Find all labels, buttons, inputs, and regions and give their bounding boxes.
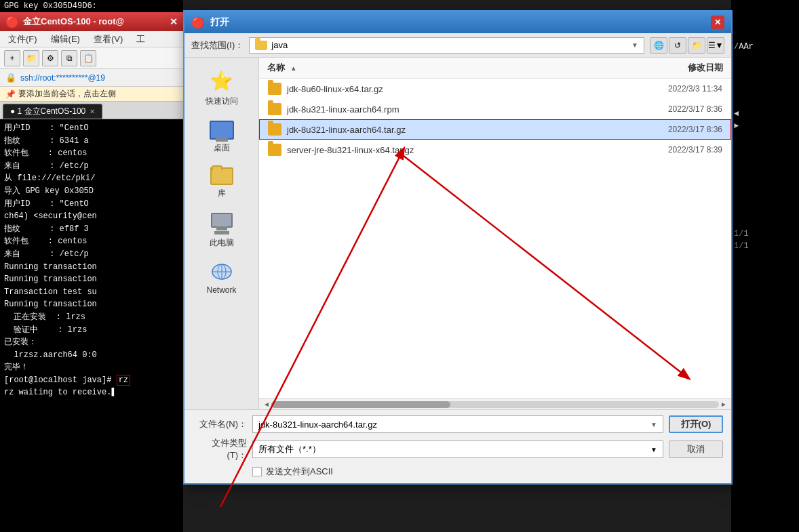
term-line-11: Running transaction [4,261,179,274]
filename-row: 文件名(N)： jdk-8u321-linux-aarch64.tar.gz ▼… [193,415,723,433]
file-date-3: 2022/3/17 8:39 [614,145,722,155]
terminal-address-bar: 🔒 ssh://root:**********@19 [0,69,183,87]
dialog-sidebar: ⭐ 快速访问 桌面 库 此电脑 [184,58,259,409]
filename-value: jdk-8u321-linux-aarch64.tar.gz [258,420,377,430]
banner-text: 要添加当前会话，点击左侧 [18,88,116,100]
file-name-0: jdk-8u60-linux-x64.tar.gz [287,84,614,94]
toolbar-btn-folder[interactable]: 📁 [23,50,39,66]
sidebar-item-library[interactable]: 库 [188,163,255,203]
filename-dropdown-icon[interactable]: ▼ [650,421,657,428]
ascii-checkbox[interactable] [252,467,262,476]
terminal-menubar: 文件(F) 编辑(E) 查看(V) 工 [0,31,183,47]
term-line-4: 从 file:///etc/pki/ [4,172,179,185]
file-item-0[interactable]: jdk-8u60-linux-x64.tar.gz 2022/3/3 11:34 [259,79,731,99]
nav-btn-web[interactable]: 🌐 [650,37,667,54]
folder-icon [255,41,267,50]
file-item-3[interactable]: server-jre-8u321-linux-x64.tar.gz 2022/3… [259,140,731,160]
right-line-nav2[interactable]: ► [734,120,796,133]
terminal-toolbar: + 📁 ⚙ ⧉ 📋 [0,47,183,69]
term-line-21: 完毕！ [4,361,179,374]
cancel-button[interactable]: 取消 [669,441,723,458]
nav-buttons: 🌐 ↺ 📁 ☰▼ [650,37,724,54]
menu-edit[interactable]: 编辑(E) [48,32,83,47]
file-header[interactable]: 名称 ▲ 修改日期 [259,58,731,79]
filename-input[interactable]: jdk-8u321-linux-aarch64.tar.gz ▼ [252,415,663,433]
terminal-tab-1[interactable]: ● 1 金立CentOS-100 ✕ [3,104,102,119]
menu-tools[interactable]: 工 [134,32,148,47]
term-line-3: 来自 : /etc/p [4,160,179,173]
dialog-title-icon: 🔴 [191,16,205,29]
file-list: jdk-8u60-linux-x64.tar.gz 2022/3/3 11:34… [259,79,731,398]
sidebar-label-library: 库 [218,188,226,199]
terminal-content: 用户ID : "CentO 指纹 : 6341 a 软件包 : centos 来… [0,119,183,402]
dialog-toolbar: 查找范围(I)： java ▼ 🌐 ↺ 📁 ☰▼ [184,33,731,58]
right-line-count1: 1/1 [734,228,796,241]
sidebar-item-quick-access[interactable]: ⭐ 快速访问 [188,64,255,111]
right-line-nav1[interactable]: ◄ [734,108,796,121]
file-icon-1 [268,103,281,115]
file-name-2: jdk-8u321-linux-aarch64.tar.gz [287,125,614,135]
tab-close-icon[interactable]: ✕ [90,108,95,115]
terminal-tabs: ● 1 金立CentOS-100 ✕ [0,102,183,119]
header-name-text: 名称 [267,62,285,73]
scrollbar-track[interactable] [271,401,719,408]
dropdown-arrow-icon: ▼ [631,41,638,49]
file-open-dialog: 🔴 打开 ✕ 查找范围(I)： java ▼ 🌐 ↺ 📁 ☰▼ ⭐ 快速访问 [183,10,733,485]
term-line-5: 导入 GPG key 0x305D [4,185,179,198]
checkbox-row: 发送文件到ASCII [193,466,723,478]
toolbar-btn-new[interactable]: + [4,50,20,66]
term-line-0: 用户ID : "CentO [4,122,179,135]
menu-view[interactable]: 查看(V) [91,32,125,47]
file-item-2[interactable]: jdk-8u321-linux-aarch64.tar.gz 2022/3/17… [259,119,731,140]
network-icon-svg [210,262,234,283]
location-label: 查找范围(I)： [191,39,243,52]
banner-bar: 📌 要添加当前会话，点击左侧 [0,87,183,102]
term-line-9: 软件包 : centos [4,235,179,248]
scroll-left-icon[interactable]: ◄ [262,401,271,408]
term-line-8: 指纹 : ef8f 3 [4,223,179,236]
file-date-0: 2022/3/3 11:34 [614,84,722,94]
menu-file[interactable]: 文件(F) [5,32,40,47]
term-line-7: ch64) <security@cen [4,210,179,223]
network-icon [210,262,234,283]
filename-label: 文件名(N)： [193,418,247,430]
horizontal-scrollbar[interactable]: ◄ ► [259,398,731,409]
right-line-1: /AAr [734,41,796,54]
term-line-18: 已安装： [4,336,179,349]
terminal-close-icon[interactable]: ✕ [170,16,178,27]
filetype-label: 文件类型(T)： [193,437,247,462]
sidebar-label-quick-access: 快速访问 [206,96,238,107]
filetype-dropdown-icon[interactable]: ▼ [650,446,657,453]
file-item-1[interactable]: jdk-8u321-linux-aarch64.rpm 2022/3/17 8:… [259,99,731,119]
nav-btn-view[interactable]: ☰▼ [707,37,724,54]
dialog-close-button[interactable]: ✕ [711,16,724,29]
file-name-1: jdk-8u321-linux-aarch64.rpm [287,104,614,115]
address-text[interactable]: ssh://root:**********@19 [20,73,105,83]
header-name: 名称 ▲ [267,62,615,74]
sidebar-item-computer[interactable]: 此电脑 [188,209,255,253]
scroll-right-icon[interactable]: ► [719,401,728,408]
sidebar-item-desktop[interactable]: 桌面 [188,117,255,158]
checkbox-label: 发送文件到ASCII [266,466,333,478]
gpg-text: GPG key 0x305D49D6: [4,1,97,11]
filetype-select[interactable]: 所有文件（*.*） ▼ [252,441,663,458]
term-line-10: 来自 : /etc/p [4,248,179,261]
open-button[interactable]: 打开(O) [669,415,723,433]
file-icon-2 [268,123,281,136]
sidebar-item-network[interactable]: Network [188,258,255,299]
computer-icon [211,213,233,228]
nav-btn-refresh[interactable]: ↺ [669,37,686,54]
term-line-15: 正在安装 : lrzs [4,311,179,324]
tab-label: ● 1 金立CentOS-100 [10,106,85,117]
toolbar-btn-paste[interactable]: 📋 [80,50,96,66]
toolbar-btn-settings[interactable]: ⚙ [42,50,58,66]
file-icon-3 [268,144,281,156]
toolbar-btn-copy[interactable]: ⧉ [61,50,77,66]
file-date-1: 2022/3/17 8:36 [614,104,722,114]
term-line-6: 用户ID : "CentO [4,198,179,211]
file-date-2: 2022/3/17 8:36 [614,125,722,134]
location-select[interactable]: java ▼ [249,37,644,54]
scrollbar-thumb[interactable] [271,401,450,408]
nav-btn-newfolder[interactable]: 📁 [688,37,705,54]
term-line-16: 验证中 : lrzs [4,324,179,337]
